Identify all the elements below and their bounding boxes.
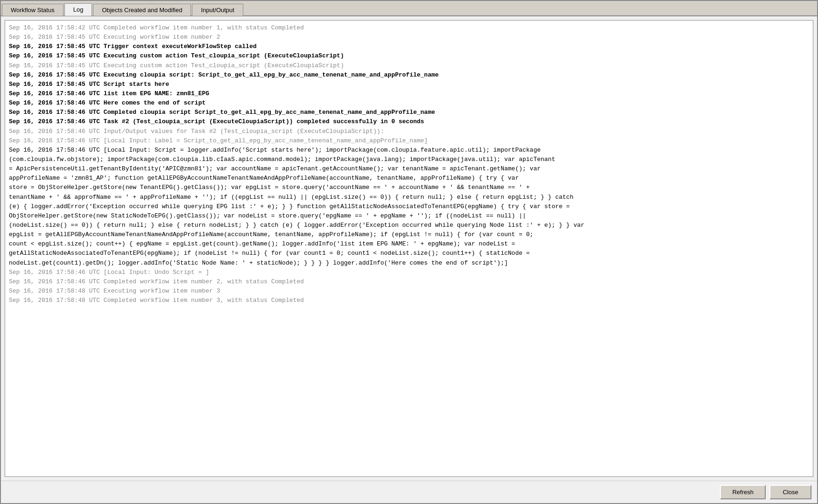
log-line: Sep 16, 2016 17:58:46 UTC Task #2 (Test_… [9, 117, 809, 126]
log-line: Sep 16, 2016 17:58:48 UTC Completed work… [9, 296, 809, 305]
log-line: Sep 16, 2016 17:58:45 UTC Script starts … [9, 80, 809, 89]
tab-bar: Workflow Status Log Objects Created and … [1, 1, 817, 16]
log-line: Sep 16, 2016 17:58:45 UTC Executing clou… [9, 70, 809, 80]
log-line: Sep 16, 2016 17:58:46 UTC Input/Output v… [9, 127, 809, 136]
log-line: Sep 16, 2016 17:58:45 UTC Trigger contex… [9, 42, 809, 51]
log-line: Sep 16, 2016 17:58:46 UTC Completed clou… [9, 108, 809, 117]
log-line: Sep 16, 2016 17:58:46 UTC [Local Input: … [9, 268, 809, 277]
tab-log[interactable]: Log [64, 3, 92, 16]
log-line: Sep 16, 2016 17:58:46 UTC Here comes the… [9, 98, 809, 108]
button-bar: Refresh Close [1, 481, 817, 503]
tab-objects-created[interactable]: Objects Created and Modified [93, 4, 191, 16]
tab-input-output[interactable]: Input/Output [192, 4, 243, 16]
log-line: Sep 16, 2016 17:58:45 UTC Executing work… [9, 33, 809, 42]
content-area: Sep 16, 2016 17:58:42 UTC Completed work… [1, 16, 817, 481]
log-line: Sep 16, 2016 17:58:42 UTC Completed work… [9, 23, 809, 33]
refresh-button[interactable]: Refresh [720, 485, 766, 499]
log-line: Sep 16, 2016 17:58:46 UTC [Local Input: … [9, 136, 809, 146]
log-line: Sep 16, 2016 17:58:46 UTC Completed work… [9, 277, 809, 287]
log-line: Sep 16, 2016 17:58:46 UTC list item EPG … [9, 89, 809, 98]
close-button[interactable]: Close [769, 485, 811, 499]
log-line: Sep 16, 2016 17:58:48 UTC Executing work… [9, 287, 809, 296]
log-line: Sep 16, 2016 17:58:45 UTC Executing cust… [9, 51, 809, 61]
log-line: Sep 16, 2016 17:58:46 UTC [Local Input: … [9, 146, 809, 268]
log-container[interactable]: Sep 16, 2016 17:58:42 UTC Completed work… [5, 20, 813, 477]
main-window: Workflow Status Log Objects Created and … [0, 0, 818, 504]
log-line: Sep 16, 2016 17:58:45 UTC Executing cust… [9, 61, 809, 70]
tab-workflow-status[interactable]: Workflow Status [2, 4, 63, 16]
